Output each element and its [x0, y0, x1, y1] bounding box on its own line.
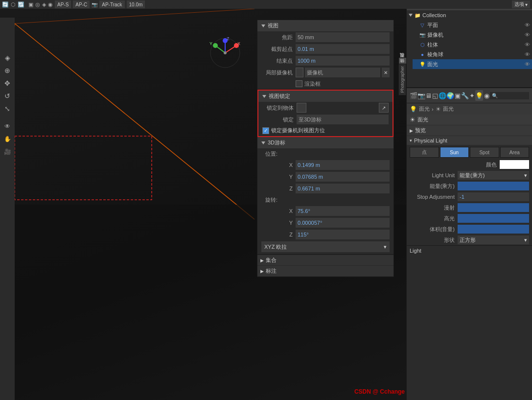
cursor-tool[interactable]: ⊕ [1, 65, 13, 76]
sphere-visibility[interactable]: 👁 [525, 51, 530, 57]
local-camera-value-field[interactable]: 摄像机 [305, 68, 380, 77]
stop-adj-value: -1 [460, 194, 464, 200]
move-tool[interactable]: ✥ [1, 77, 13, 89]
material-btn[interactable]: ◉ [483, 90, 490, 101]
cursor-y-value: 0.07685 m [298, 174, 323, 180]
data-light-label: 面光 [417, 116, 428, 123]
collection-name: Collection [422, 12, 446, 18]
energy-field[interactable] [458, 182, 529, 190]
scene-props-btn[interactable]: 🎬 [410, 90, 417, 101]
cylinder-visibility[interactable]: 👁 [525, 42, 530, 47]
toolbar-item: 🔄 [2, 1, 9, 8]
eye-dropper-tool[interactable]: 👁 [1, 120, 13, 132]
local-camera-toggle[interactable] [296, 68, 303, 77]
stop-adj-field[interactable]: -1 [458, 192, 529, 201]
cursor-mode-dropdown[interactable]: XYZ 欧拉 ▾ [261, 241, 390, 252]
render-frame-label-text: 渲染框 [304, 80, 321, 88]
cursor-rx-field[interactable]: 75.6° [296, 206, 390, 216]
lock-object-row: 锁定到物体 ↗ [258, 102, 393, 114]
camera-tool[interactable]: 🎥 [1, 146, 13, 158]
diffuse-label: 漫射 [410, 204, 458, 212]
shape-dropdown[interactable]: 正方形 ▾ [458, 235, 529, 244]
rotate-tool[interactable]: ↺ [1, 90, 13, 102]
lock-camera-checkbox[interactable]: ✓ [262, 127, 269, 134]
light-unit-label: Light Unit [410, 172, 458, 178]
outliner-item[interactable]: ● 棱角球 👁 [413, 49, 532, 59]
preview-section-header[interactable]: ▶ 预览 [407, 125, 532, 136]
scene-btn[interactable]: 🌐 [439, 90, 446, 101]
toolbar-item: ⬡ [11, 1, 16, 8]
orientation-gizmo[interactable]: Z X Y [208, 36, 242, 70]
cursor-rz-field[interactable]: 115° [296, 230, 390, 239]
data-btn[interactable]: 💡 [475, 90, 483, 101]
outliner-item[interactable]: 📷 摄像机 👁 [413, 30, 532, 40]
plane-icon: ▽ [419, 22, 426, 28]
outliner-item[interactable]: 📁 Collection [407, 10, 532, 20]
light-unit-dropdown[interactable]: 能量(乘方) ▾ [458, 171, 529, 180]
volume-label: 体积(音量) [410, 226, 458, 233]
area-light-btn[interactable]: Area [500, 147, 530, 158]
cursor-y-field[interactable]: 0.07685 m [296, 172, 390, 182]
ap-c-button[interactable]: AP-C [73, 0, 90, 8]
local-camera-label: 局部摄像机 [261, 69, 296, 76]
shape-row: 形状 正方形 ▾ [407, 235, 532, 245]
ap-track-button[interactable]: AP-Track [99, 0, 124, 8]
specular-field[interactable] [458, 214, 529, 223]
camera-link-icon[interactable]: ✕ [382, 68, 390, 77]
right-panel: 场景集合 📁 Collection ▽ 平面 👁 📷 摄像机 👁 ⬡ 柱体 [406, 0, 532, 400]
modifier-btn[interactable]: 🔧 [461, 90, 469, 101]
view-layer-btn[interactable]: ◱ [432, 90, 439, 101]
render-props-btn[interactable]: 📷 [417, 90, 425, 101]
clip-start-field[interactable]: 0.01 m [296, 44, 390, 54]
plane-visibility[interactable]: 👁 [525, 22, 530, 28]
photographer-tab[interactable]: Photographer [398, 64, 406, 95]
spot-light-btn[interactable]: Spot [470, 147, 499, 158]
sun-light-btn[interactable]: Sun [440, 147, 469, 158]
clip-end-field[interactable]: 1000 m [296, 56, 390, 66]
point-light-btn[interactable]: 点 [410, 147, 439, 158]
left-toolbar: ◈ ⊕ ✥ ↺ ⤡ 👁 ✋ 🎥 [0, 18, 15, 400]
hand-tool[interactable]: ✋ [1, 133, 13, 145]
distance-button[interactable]: 10.0m [127, 0, 145, 8]
light-type-selector: 点 Sun Spot Area [407, 145, 532, 159]
physical-light-header[interactable]: ▾ Physical Light [407, 136, 532, 145]
preview-label: 预览 [415, 127, 426, 134]
select-tool[interactable]: ◈ [1, 52, 13, 64]
svg-point-13 [213, 43, 218, 48]
outliner-item[interactable]: ▽ 平面 👁 [413, 20, 532, 30]
outliner-item[interactable]: ⬡ 柱体 👁 [413, 40, 532, 49]
view-section-header[interactable]: 视图 [257, 20, 393, 31]
clip-start-value: 0.01 m [298, 46, 314, 52]
cursor-x-field[interactable]: 0.1499 m [296, 160, 390, 170]
outliner-item-selected[interactable]: 💡 面光 👁 [413, 59, 532, 69]
cursor-section-header[interactable]: 3D游标 [257, 137, 393, 148]
lock-3d-value-field[interactable]: 至3D游标 [297, 115, 389, 124]
output-props-btn[interactable]: 🖥 [425, 90, 432, 101]
volume-field[interactable] [458, 225, 529, 234]
annotation-row[interactable]: ▶ 标注 [257, 266, 393, 276]
scale-tool[interactable]: ⤡ [1, 103, 13, 115]
lock-object-arrow[interactable]: ↗ [379, 103, 389, 113]
svg-point-15 [224, 51, 227, 54]
cursor-z-field[interactable]: 0.6671 m [296, 184, 390, 193]
svg-text:X: X [237, 41, 240, 46]
view-tab[interactable]: 视图 [399, 58, 406, 64]
light-visibility[interactable]: 👁 [525, 61, 530, 67]
props-search-input[interactable] [490, 92, 529, 99]
diffuse-field[interactable] [458, 203, 529, 212]
options-button[interactable]: 选项 ▾ [512, 0, 530, 8]
world-btn[interactable]: 🌍 [446, 90, 454, 101]
lock-object-field[interactable] [297, 103, 306, 113]
focal-length-field[interactable]: 50 mm [296, 32, 390, 42]
camera-visibility[interactable]: 👁 [525, 32, 530, 38]
cursor-ry-label: Y [261, 220, 296, 226]
render-frame-checkbox[interactable] [296, 80, 302, 87]
particles-btn[interactable]: ✦ [469, 90, 476, 101]
collection-row[interactable]: ▶ 集合 [257, 255, 393, 265]
data-icon-row: ☀ 面光 [407, 115, 532, 125]
ap-s-button[interactable]: AP-S [55, 0, 71, 8]
object-btn[interactable]: ▣ [454, 90, 461, 101]
color-swatch[interactable] [500, 160, 529, 169]
cursor-ry-field[interactable]: 0.000057° [296, 218, 390, 228]
view-lock-header[interactable]: 视图锁定 [258, 91, 393, 102]
